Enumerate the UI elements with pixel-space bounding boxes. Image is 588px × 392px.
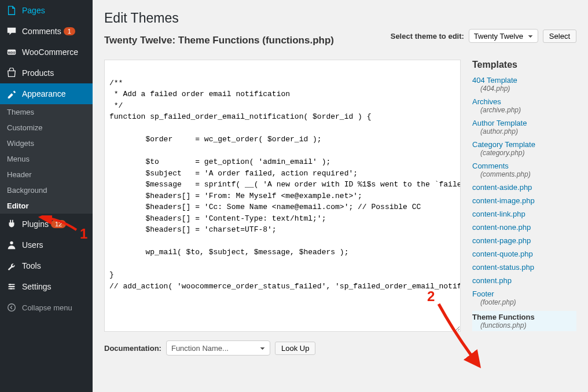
template-link[interactable]: content-none.php bbox=[472, 223, 576, 232]
template-item: Comments(comments.php) bbox=[472, 162, 576, 178]
template-link[interactable]: Footer bbox=[472, 290, 576, 298]
sidebar-item-label: Collapse menu bbox=[22, 303, 72, 312]
select-theme-label: Select theme to edit: bbox=[391, 32, 464, 41]
documentation-label: Documentation: bbox=[104, 344, 161, 353]
template-link[interactable]: Author Template bbox=[472, 119, 576, 127]
svg-point-2 bbox=[10, 241, 13, 244]
template-item: content-status.php bbox=[472, 263, 576, 272]
main-content: Edit Themes Twenty Twelve: Theme Functio… bbox=[93, 0, 588, 392]
sidebar-subitem-widgets[interactable]: Widgets bbox=[0, 135, 93, 151]
sidebar-item-label: Tools bbox=[22, 261, 41, 270]
sidebar-item-settings[interactable]: Settings bbox=[0, 276, 93, 297]
template-filename: (404.php) bbox=[472, 85, 576, 93]
template-link[interactable]: content-link.php bbox=[472, 210, 576, 218]
sidebar-item-label: WooCommerce bbox=[22, 47, 78, 57]
template-filename: (archive.php) bbox=[472, 106, 576, 114]
template-item: Author Template(author.php) bbox=[472, 119, 576, 135]
select-theme-button[interactable]: Select bbox=[543, 30, 576, 43]
svg-text:woo: woo bbox=[8, 50, 16, 54]
template-link[interactable]: Category Template bbox=[472, 140, 576, 149]
woo-icon: woo bbox=[6, 46, 17, 58]
tools-icon bbox=[6, 260, 17, 272]
template-link[interactable]: Archives bbox=[472, 97, 576, 106]
template-item: Archives(archive.php) bbox=[472, 97, 576, 114]
template-item: Footer(footer.php) bbox=[472, 290, 576, 306]
sidebar-item-label: Users bbox=[22, 240, 43, 250]
sidebar-subitem-menus[interactable]: Menus bbox=[0, 151, 93, 167]
sidebar-subitem-header[interactable]: Header bbox=[0, 167, 93, 182]
template-filename: (comments.php) bbox=[472, 170, 576, 178]
file-heading: Twenty Twelve: Theme Functions (function… bbox=[104, 35, 334, 46]
sidebar-item-label: Comments bbox=[22, 27, 61, 36]
template-link[interactable]: content-quote.php bbox=[472, 250, 576, 258]
template-link[interactable]: 404 Template bbox=[472, 76, 576, 85]
function-name-select[interactable]: Function Name... bbox=[166, 340, 270, 356]
collapse-icon bbox=[6, 302, 17, 313]
comments-icon bbox=[6, 25, 17, 37]
sidebar-item-collapse-menu[interactable]: Collapse menu bbox=[0, 297, 93, 318]
template-filename: (functions.php) bbox=[472, 321, 576, 329]
template-item: content-none.php bbox=[472, 223, 576, 232]
users-icon bbox=[6, 239, 17, 251]
sidebar-item-label: Settings bbox=[22, 282, 52, 291]
template-filename: (author.php) bbox=[472, 127, 576, 135]
template-filename: (category.php) bbox=[472, 149, 576, 157]
svg-point-3 bbox=[9, 284, 11, 285]
page-title: Edit Themes bbox=[104, 10, 334, 26]
products-icon bbox=[6, 67, 17, 79]
sidebar-subitem-customize[interactable]: Customize bbox=[0, 120, 93, 135]
sidebar-subitem-editor[interactable]: Editor bbox=[0, 198, 93, 214]
pages-icon bbox=[6, 5, 17, 16]
annotation-2: 2 bbox=[427, 288, 435, 305]
template-item: content-page.php bbox=[472, 236, 576, 245]
annotation-1: 1 bbox=[80, 226, 87, 242]
sidebar-item-pages[interactable]: Pages bbox=[0, 0, 93, 21]
admin-sidebar: PagesComments1wooWooCommerceProductsAppe… bbox=[0, 0, 93, 392]
plugins-icon bbox=[6, 218, 17, 230]
template-item: content-image.php bbox=[472, 196, 576, 205]
template-link[interactable]: content.php bbox=[472, 276, 576, 285]
sidebar-item-appearance[interactable]: Appearance bbox=[0, 83, 93, 104]
template-item: content-aside.php bbox=[472, 183, 576, 192]
sidebar-item-plugins[interactable]: Plugins12 bbox=[0, 214, 93, 235]
sidebar-item-label: Plugins bbox=[22, 219, 49, 229]
settings-icon bbox=[6, 281, 17, 292]
sidebar-item-label: Products bbox=[22, 68, 54, 78]
sidebar-item-users[interactable]: Users bbox=[0, 235, 93, 255]
appearance-icon bbox=[6, 88, 17, 100]
sidebar-item-woocommerce[interactable]: wooWooCommerce bbox=[0, 42, 93, 63]
template-item: content.php bbox=[472, 276, 576, 285]
template-link[interactable]: content-status.php bbox=[472, 263, 576, 272]
template-item: 404 Template(404.php) bbox=[472, 76, 576, 93]
sidebar-item-tools[interactable]: Tools bbox=[0, 255, 93, 276]
sidebar-item-label: Appearance bbox=[22, 89, 66, 98]
theme-selector-row: Select theme to edit: Twenty Twelve Sele… bbox=[391, 29, 576, 43]
lookup-button[interactable]: Look Up bbox=[275, 342, 315, 355]
update-badge: 12 bbox=[51, 220, 66, 228]
sidebar-subitem-themes[interactable]: Themes bbox=[0, 104, 93, 120]
template-link[interactable]: content-page.php bbox=[472, 236, 576, 245]
sidebar-subitem-background[interactable]: Background bbox=[0, 182, 93, 198]
documentation-row: Documentation: Function Name... Look Up bbox=[104, 340, 461, 356]
template-link[interactable]: Comments bbox=[472, 162, 576, 170]
template-item: content-quote.php bbox=[472, 250, 576, 258]
template-item: Theme Functions(functions.php) bbox=[472, 311, 576, 331]
code-editor[interactable] bbox=[104, 60, 461, 332]
sidebar-item-products[interactable]: Products bbox=[0, 63, 93, 83]
templates-heading: Templates bbox=[472, 60, 576, 70]
template-item: Category Template(category.php) bbox=[472, 140, 576, 157]
update-badge: 1 bbox=[64, 27, 75, 35]
template-filename: (footer.php) bbox=[472, 298, 576, 306]
sidebar-item-comments[interactable]: Comments1 bbox=[0, 21, 93, 42]
theme-select[interactable]: Twenty Twelve bbox=[469, 29, 538, 43]
svg-point-4 bbox=[12, 286, 14, 288]
templates-sidebar: Templates 404 Template(404.php)Archives(… bbox=[472, 60, 576, 356]
template-link[interactable]: content-image.php bbox=[472, 196, 576, 205]
template-link[interactable]: content-aside.php bbox=[472, 183, 576, 192]
sidebar-item-label: Pages bbox=[22, 6, 45, 15]
svg-point-6 bbox=[8, 304, 16, 312]
template-link: Theme Functions bbox=[472, 313, 576, 321]
svg-point-5 bbox=[10, 288, 12, 290]
template-item: content-link.php bbox=[472, 210, 576, 218]
